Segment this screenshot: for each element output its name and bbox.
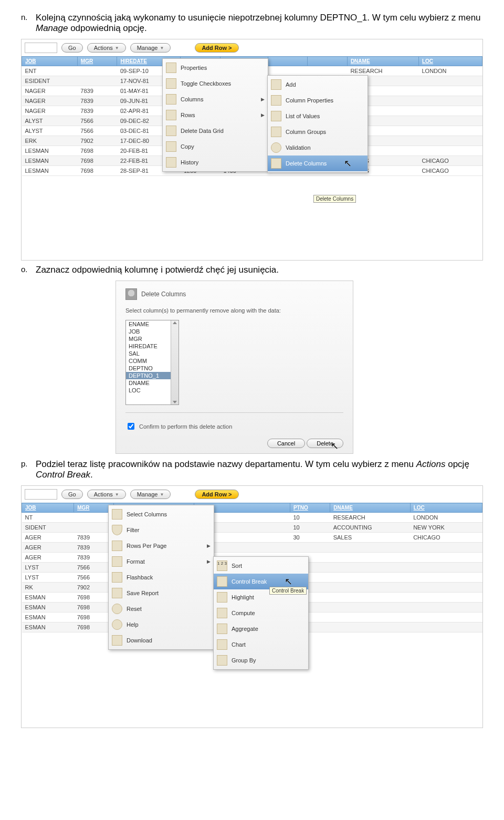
menu-item[interactable]: Columns▶ <box>163 91 268 107</box>
menu-item[interactable]: Toggle Checkboxes <box>163 76 268 91</box>
cell <box>418 126 482 136</box>
manage-button[interactable]: Manage▼ <box>130 490 171 499</box>
menu-item[interactable]: 1 2 3Sort <box>214 558 308 574</box>
scrollbar[interactable] <box>171 320 178 404</box>
columns-listbox[interactable]: ENAMEJOBMGRHIREDATESALCOMMDEPTNODEPTNO_1… <box>125 320 179 405</box>
menu-item[interactable]: List of Values <box>268 108 368 124</box>
filter-icon <box>112 525 122 535</box>
cell: ESIDENT <box>22 76 78 86</box>
cell: 30 <box>290 533 330 543</box>
cell: ESMAN <box>22 603 74 613</box>
menu-item[interactable]: Save Report <box>109 585 214 601</box>
add-row-button[interactable]: Add Row > <box>195 490 238 499</box>
cell: ESMAN <box>22 613 74 622</box>
validation-icon <box>271 142 281 153</box>
menu-item[interactable]: Format▶ <box>109 554 214 569</box>
cell <box>418 146 482 156</box>
column-header[interactable]: LOC <box>418 57 482 66</box>
cell: ACCOUNTING <box>330 523 411 533</box>
menu-item[interactable]: History <box>163 154 268 170</box>
table-row[interactable]: AGER783930SALESCHICAGO <box>22 533 482 543</box>
cell <box>330 543 411 553</box>
manage-button[interactable]: Manage▼ <box>130 43 171 53</box>
cell: 7566 <box>77 116 117 126</box>
column-header[interactable]: JOB <box>22 57 78 66</box>
table-row[interactable]: NT10RESEARCHLONDON <box>22 513 482 523</box>
marker-o: o. <box>21 265 28 274</box>
column-header[interactable]: DNAME <box>330 503 411 513</box>
control-break-icon <box>217 576 227 587</box>
cell: NAGER <box>22 106 78 116</box>
menu-item[interactable]: Filter <box>109 522 214 538</box>
column-header[interactable]: DNAME <box>347 57 418 66</box>
cell: 7839 <box>77 106 117 116</box>
add-row-button[interactable]: Add Row > <box>195 43 238 53</box>
cell: 7902 <box>77 136 117 146</box>
chart-icon <box>217 639 227 650</box>
menu-item[interactable]: Reset <box>109 601 214 617</box>
go-button[interactable]: Go <box>61 490 83 499</box>
cell: LYST <box>22 573 74 583</box>
menu-item[interactable]: Select Columns <box>109 506 214 522</box>
chevron-down-icon: ▼ <box>160 492 164 497</box>
search-input[interactable] <box>25 489 57 500</box>
menu-item[interactable]: Aggregate <box>214 621 308 637</box>
column-header[interactable]: LOC <box>410 503 482 513</box>
menu-item[interactable]: Compute <box>214 605 308 621</box>
menu-item[interactable]: Add <box>268 77 368 92</box>
cell: CHICAGO <box>418 166 482 176</box>
menu-item[interactable]: Properties <box>163 60 268 76</box>
cell: SALES <box>330 533 411 543</box>
actions-button[interactable]: Actions▼ <box>87 490 126 499</box>
cell <box>410 622 482 632</box>
column-header[interactable]: JOB <box>22 503 74 513</box>
cell: NEW YORK <box>410 523 482 533</box>
column-header[interactable] <box>268 57 308 66</box>
dialog-instruction: Select column(s) to permanently remove a… <box>125 307 343 314</box>
actions-button[interactable]: Actions▼ <box>87 43 126 53</box>
delete-button[interactable]: Delete↖ <box>307 439 343 448</box>
column-header[interactable]: MGR <box>77 57 117 66</box>
table-row[interactable]: AGER7839 <box>22 543 482 553</box>
cell: CHICAGO <box>418 156 482 166</box>
submenu-arrow-icon: ▶ <box>261 112 265 118</box>
cell <box>410 573 482 583</box>
save-report-icon <box>112 588 122 598</box>
trash-icon <box>125 288 137 300</box>
menu-item[interactable]: Group By <box>214 652 308 668</box>
column-header[interactable] <box>308 57 348 66</box>
cell <box>268 66 308 76</box>
cell <box>330 583 411 593</box>
cell: 7698 <box>77 156 117 166</box>
search-input[interactable] <box>25 43 57 53</box>
menu-item[interactable]: Flashback <box>109 569 214 585</box>
menu-item[interactable]: Validation <box>268 140 368 155</box>
submenu-arrow-icon: ▶ <box>207 543 211 548</box>
menu-item[interactable]: Download <box>109 632 214 648</box>
column-header[interactable]: PTNO <box>290 503 330 513</box>
menu-item[interactable]: Rows Per Page▶ <box>109 538 214 554</box>
delete-data-grid-icon <box>166 126 176 136</box>
help-icon <box>112 619 122 630</box>
reset-icon <box>112 604 122 614</box>
menu-item[interactable]: Copy <box>163 139 268 154</box>
delete-columns-dialog: Delete Columns Select column(s) to perma… <box>116 281 353 454</box>
cell <box>410 613 482 622</box>
cell: 7698 <box>77 166 117 176</box>
menu-item[interactable]: Help <box>109 617 214 632</box>
menu-item[interactable]: Column Groups <box>268 124 368 140</box>
menu-item[interactable]: Column Properties <box>268 92 368 108</box>
cell: ALYST <box>22 116 78 126</box>
menu-item[interactable]: Chart <box>214 637 308 652</box>
go-button[interactable]: Go <box>61 43 83 53</box>
cell <box>418 86 482 96</box>
menu-item[interactable]: Delete Columns↖ <box>268 155 368 171</box>
menu-item[interactable]: Rows▶ <box>163 107 268 123</box>
table-row[interactable]: SIDENT10ACCOUNTINGNEW YORK <box>22 523 482 533</box>
cell <box>418 76 482 86</box>
menu-item[interactable]: Delete Data Grid <box>163 123 268 139</box>
confirm-checkbox[interactable] <box>128 423 134 430</box>
format-icon <box>112 556 122 567</box>
cell: ALYST <box>22 126 78 136</box>
cancel-button[interactable]: Cancel <box>267 439 305 448</box>
